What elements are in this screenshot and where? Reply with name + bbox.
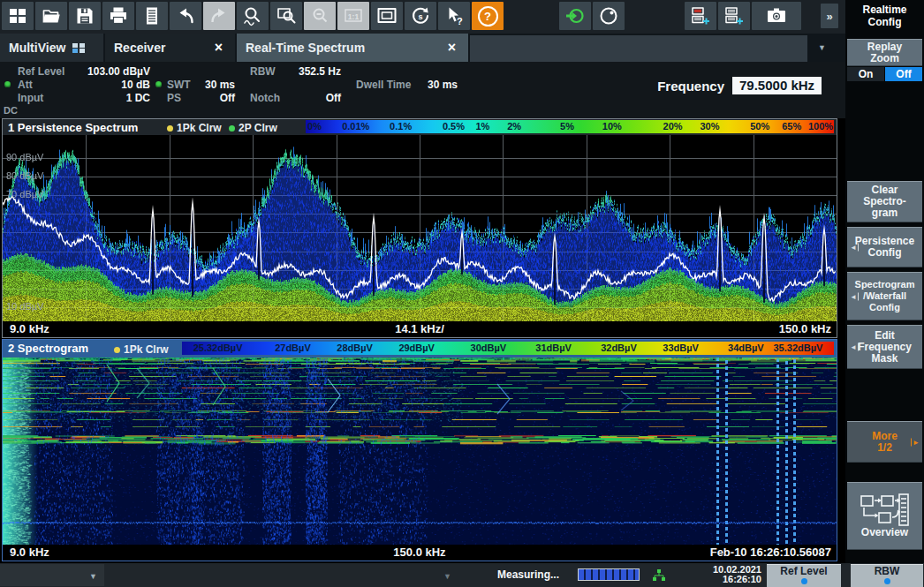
toolbar: 1:1 s ? ? »: [0, 0, 845, 34]
rotary-knob-icon: [598, 5, 619, 26]
window2-title: 2 Spectrogram: [8, 342, 88, 355]
zoom-area-icon: [276, 5, 297, 26]
add-window-active-button[interactable]: [685, 2, 716, 30]
tab-real-time-spectrum[interactable]: Real-Time Spectrum ×: [237, 34, 468, 62]
trace2-legend[interactable]: 2P Clrw: [229, 122, 277, 134]
rbw-value[interactable]: 352.5 Hz: [283, 65, 341, 78]
rotary-knob-button[interactable]: [593, 2, 625, 30]
spectrogram-color-scale[interactable]: 25.32dBµV 27dBµV 28dBµV 29dBµV 30dBµV 31…: [182, 342, 834, 355]
edit-frequency-mask-softkey[interactable]: ◄Edit Frequency Mask: [847, 325, 922, 369]
one-to-one-icon: 1:1: [343, 5, 364, 26]
replay-zoom-softkey[interactable]: Replay Zoom: [847, 39, 922, 66]
undo-button[interactable]: [170, 2, 201, 30]
att-led-icon: [4, 81, 11, 87]
context-help-button[interactable]: ?: [438, 2, 470, 30]
dwell-time-value[interactable]: 30 ms: [402, 79, 458, 91]
zoom-waveform-button[interactable]: [237, 2, 269, 30]
date-time-display: 10.02.2021 16:26:10: [673, 565, 761, 584]
windows-logo-icon: [7, 5, 28, 26]
spectrogram-canvas[interactable]: [3, 357, 837, 545]
input-label: Input: [18, 92, 43, 104]
close-tab-icon[interactable]: ×: [444, 40, 459, 56]
close-tab-icon[interactable]: ×: [211, 40, 226, 56]
y-axis-label: 90 dBµV: [6, 152, 43, 162]
rs-spectrum-analyzer-screen: 1:1 s ? ? » MultiView Receiver × Real-Ti…: [0, 0, 924, 587]
progress-bar: [578, 568, 640, 581]
spectrogram-plot[interactable]: [3, 357, 837, 545]
softkey-menu-title: Realtime Config: [845, 4, 924, 28]
att-value[interactable]: 10 dB: [75, 79, 150, 91]
add-window-button[interactable]: [718, 2, 750, 30]
tab-list-dropdown-icon[interactable]: ▼: [818, 43, 826, 52]
zoom-one-to-one-button[interactable]: 1:1: [337, 2, 369, 30]
trace1-legend[interactable]: 1Pk Clrw: [167, 122, 222, 134]
swt-value[interactable]: 30 ms: [186, 79, 235, 91]
svg-text:1:1: 1:1: [348, 12, 360, 21]
input-value[interactable]: 1 DC: [75, 92, 150, 104]
status-bar: ▼ ▼ Measuring... 10.02.2021 16:26:10 Ref…: [0, 563, 924, 587]
y-axis-label: 70 dBµV: [6, 189, 43, 199]
print-icon: [108, 5, 129, 26]
screenshot-button[interactable]: [752, 2, 801, 30]
replay-zoom-on[interactable]: On: [847, 67, 884, 81]
help-button[interactable]: ?: [472, 2, 504, 30]
active-dot-icon: [801, 578, 807, 584]
persistence-spectrum-window: 1 Persistence Spectrum 1Pk Clrw 2P Clrw …: [2, 118, 837, 338]
tab-receiver[interactable]: Receiver ×: [105, 34, 235, 62]
persistence-spectrum-plot[interactable]: 90 dBµV 80 dBµV 70 dBµV 10 dBµV: [3, 135, 837, 321]
svg-text:s: s: [419, 12, 423, 21]
measuring-status: Measuring...: [497, 568, 559, 581]
rbw-function-key[interactable]: RBW: [851, 564, 923, 587]
submenu-arrow-icon: ◄: [850, 244, 859, 252]
ref-level-function-key[interactable]: Ref Level: [767, 564, 841, 587]
sweep-refresh-button[interactable]: s: [405, 2, 436, 30]
persistence-spectrum-header[interactable]: 1 Persistence Spectrum 1Pk Clrw 2P Clrw …: [3, 119, 837, 135]
print-button[interactable]: [102, 2, 134, 30]
status-dropdown-panel[interactable]: ▼: [0, 564, 104, 586]
notch-value[interactable]: Off: [283, 92, 341, 104]
trace1-legend[interactable]: 1Pk Clrw: [114, 343, 169, 356]
help-icon: ?: [478, 6, 498, 26]
preset-button[interactable]: [559, 2, 591, 30]
time-value: 16:26:10: [673, 575, 761, 584]
channel-settings-bar: Ref Level 103.00 dBµV RBW 352.5 Hz Att 1…: [0, 62, 845, 118]
ref-level-value[interactable]: 103.00 dBµV: [75, 65, 150, 78]
frequency-value[interactable]: 79.5000 kHz: [732, 77, 822, 94]
ps-value[interactable]: Off: [186, 92, 235, 104]
persistence-config-softkey[interactable]: ◄Persistence Config: [847, 227, 922, 267]
spectrogram-header[interactable]: 2 Spectrogram 1Pk Clrw 25.32dBµV 27dBµV …: [3, 340, 837, 357]
spectrogram-waterfall-config-softkey[interactable]: ◄Spectrogram /Waterfall Config: [847, 272, 922, 320]
display-frame-button[interactable]: [371, 2, 403, 30]
undo-arrow-icon: [175, 5, 196, 26]
persistence-spectrum-canvas[interactable]: [3, 135, 837, 321]
tab-label: Receiver: [114, 41, 165, 55]
save-button[interactable]: [69, 2, 101, 30]
report-button[interactable]: [136, 2, 168, 30]
overview-softkey[interactable]: Overview: [847, 482, 922, 550]
open-file-button[interactable]: [35, 2, 67, 30]
replay-zoom-toggle: On Off: [847, 67, 922, 81]
more-softkey[interactable]: More 1/2►: [847, 421, 922, 463]
persistence-color-scale[interactable]: 0% 0.01% 0.1% 0.5% 1% 2% 5% 10% 20% 30% …: [306, 120, 834, 133]
tab-multiview[interactable]: MultiView: [0, 34, 103, 62]
redo-arrow-icon: [208, 5, 230, 26]
x-per-div-label: 14.1 kHz/: [3, 322, 837, 335]
sweep-refresh-icon: s: [410, 5, 431, 26]
clear-spectrogram-softkey[interactable]: Clear Spectro- gram: [847, 181, 922, 222]
submenu-arrow-icon: ◄: [850, 292, 859, 300]
zoom-area-button[interactable]: [270, 2, 302, 30]
ref-level-label: Ref Level: [18, 65, 64, 78]
redo-button[interactable]: [203, 2, 235, 30]
persistence-x-axis: 9.0 kHz 14.1 kHz/ 150.0 kHz: [3, 321, 837, 337]
submenu-arrow-icon: ◄: [850, 343, 859, 351]
zoom-out-button[interactable]: [304, 2, 336, 30]
svg-text:?: ?: [457, 16, 463, 26]
save-icon: [74, 5, 95, 26]
more-toolbars-button[interactable]: »: [821, 4, 838, 28]
replay-zoom-off[interactable]: Off: [885, 67, 922, 81]
y-axis-label: 10 dBµV: [6, 301, 43, 312]
dc-coupling-label: DC: [4, 105, 18, 116]
windows-logo-button[interactable]: [2, 2, 34, 30]
status-dropdown-icon[interactable]: ▼: [443, 572, 451, 581]
att-label: Att: [18, 79, 33, 91]
